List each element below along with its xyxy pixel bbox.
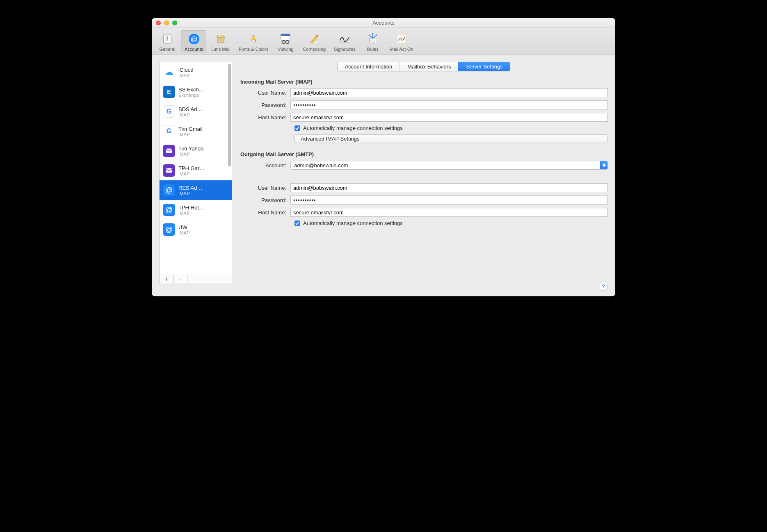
outgoing-host-label: Host Name: (240, 209, 290, 216)
account-item-bds[interactable]: G BDS Ad…IMAP (160, 102, 232, 121)
checkbox-checked-icon (294, 221, 300, 226)
toolbar-label: Fonts & Colors (239, 47, 269, 52)
toolbar-composing[interactable]: Composing (299, 30, 329, 52)
toolbar-label: Rules (367, 47, 379, 52)
toolbar-rules[interactable]: Rules (361, 30, 385, 52)
preferences-window: Accounts General @ Accounts Junk Mail A … (152, 18, 615, 296)
incoming-username-field[interactable] (290, 88, 608, 97)
outgoing-password-label: Password: (240, 197, 290, 203)
incoming-host-label: Host Name: (240, 114, 290, 120)
toolbar-junk-mail[interactable]: Junk Mail (208, 30, 233, 52)
toolbar-label: General (159, 47, 175, 52)
account-item-uw[interactable]: @ UWIMAP (160, 220, 232, 239)
viewing-icon (278, 32, 292, 46)
checkbox-checked-icon (294, 125, 300, 131)
incoming-password-label: Password: (240, 102, 290, 108)
remove-account-button[interactable]: − (173, 274, 187, 284)
svg-point-8 (282, 41, 285, 44)
account-type: IMAP (178, 132, 203, 137)
account-type: IMAP (178, 152, 203, 157)
account-name: BDS Ad… (178, 106, 203, 112)
toolbar-accounts[interactable]: @ Accounts (181, 30, 206, 52)
help-button[interactable]: ? (599, 282, 608, 291)
account-name: TPH Gar… (178, 165, 205, 171)
tab-server-settings[interactable]: Server Settings (458, 62, 510, 71)
incoming-section-title: Incoming Mail Server (IMAP) (240, 79, 608, 85)
svg-text:@: @ (190, 35, 197, 43)
account-sidebar: ☁︎ iCloudIMAP E SS Exch…Exchange G BDS A… (159, 62, 232, 284)
incoming-password-field[interactable] (290, 100, 608, 109)
incoming-host-field[interactable] (290, 113, 608, 122)
account-item-res-ad[interactable]: @ RES Ad…IMAP (160, 180, 232, 200)
rules-icon (366, 32, 380, 46)
account-item-tph-gar[interactable]: TPH Gar…IMAP (160, 161, 232, 180)
toolbar-general[interactable]: General (155, 30, 180, 52)
outgoing-username-field[interactable] (290, 183, 608, 192)
outgoing-host-field[interactable] (290, 208, 608, 217)
stamp-icon (395, 32, 409, 46)
account-item-icloud[interactable]: ☁︎ iCloudIMAP (160, 62, 232, 82)
account-item-exchange[interactable]: E SS Exch…Exchange (160, 82, 232, 102)
account-name: RES Ad… (178, 185, 203, 191)
account-item-tim-gmail[interactable]: G Tim GmailIMAP (160, 121, 232, 141)
settings-tabs: Account Information Mailbox Behaviors Se… (337, 62, 511, 71)
sidebar-footer: + − (160, 274, 232, 284)
svg-rect-1 (167, 36, 168, 41)
toolbar-label: Viewing (278, 47, 293, 52)
incoming-auto-manage-checkbox[interactable]: Automatically manage connection settings (294, 125, 608, 131)
outgoing-account-select[interactable]: admin@bobswain.com (290, 161, 608, 170)
toolbar-fonts-colors[interactable]: A Fonts & Colors (235, 30, 272, 52)
account-item-tim-yahoo[interactable]: Tim YahooIMAP (160, 141, 232, 161)
toolbar: General @ Accounts Junk Mail A Fonts & C… (152, 28, 615, 55)
toolbar-signatures[interactable]: Signatures (331, 30, 359, 52)
close-window-button[interactable] (156, 20, 161, 25)
divider (240, 178, 608, 178)
tab-mailbox-behaviors[interactable]: Mailbox Behaviors (399, 62, 458, 71)
outgoing-account-value: admin@bobswain.com (291, 162, 352, 168)
account-type: IMAP (178, 230, 190, 235)
icloud-icon: ☁︎ (163, 66, 175, 78)
add-account-button[interactable]: + (160, 274, 173, 284)
minimize-window-button[interactable] (164, 20, 169, 25)
mail-icon (163, 145, 175, 157)
svg-rect-4 (218, 35, 224, 38)
tab-account-information[interactable]: Account Information (338, 62, 400, 71)
outgoing-password-field[interactable] (290, 196, 608, 205)
google-icon: G (163, 105, 175, 118)
window-title: Accounts (152, 18, 615, 27)
exchange-icon: E (163, 86, 175, 98)
junk-icon (214, 32, 228, 46)
mail-icon (163, 164, 175, 177)
outgoing-auto-manage-label: Automatically manage connection settings (303, 220, 403, 226)
incoming-auto-manage-label: Automatically manage connection settings (303, 125, 403, 131)
toolbar-mail-act-on[interactable]: Mail Act-On (387, 30, 417, 52)
account-name: iCloud (178, 67, 194, 73)
account-type: Exchange (178, 93, 204, 98)
account-type: IMAP (178, 171, 205, 176)
pencil-icon (307, 32, 321, 46)
zoom-window-button[interactable] (172, 20, 177, 25)
account-type: IMAP (178, 191, 203, 196)
account-name: Tim Gmail (178, 126, 203, 132)
account-name: SS Exch… (178, 86, 204, 93)
google-icon: G (163, 125, 175, 137)
main-pane: Account Information Mailbox Behaviors Se… (240, 62, 608, 284)
advanced-imap-settings-button[interactable]: Advanced IMAP Settings (294, 134, 608, 143)
signature-icon (338, 32, 352, 46)
toolbar-label: Accounts (185, 47, 203, 52)
toolbar-label: Composing (303, 47, 326, 52)
toolbar-viewing[interactable]: Viewing (273, 30, 298, 52)
account-name: TPH Hot… (178, 205, 204, 211)
account-type: IMAP (178, 211, 204, 216)
account-item-tph-hot[interactable]: @ TPH Hot…IMAP (160, 200, 232, 220)
at-icon: @ (187, 32, 201, 46)
svg-text:A: A (250, 33, 257, 44)
switch-icon (160, 32, 174, 46)
outgoing-auto-manage-checkbox[interactable]: Automatically manage connection settings (294, 220, 608, 226)
account-list[interactable]: ☁︎ iCloudIMAP E SS Exch…Exchange G BDS A… (160, 62, 232, 274)
svg-rect-7 (281, 34, 290, 36)
toolbar-label: Signatures (334, 47, 356, 52)
account-type: IMAP (178, 73, 194, 78)
account-name: UW (178, 224, 190, 230)
titlebar: Accounts (152, 18, 615, 28)
